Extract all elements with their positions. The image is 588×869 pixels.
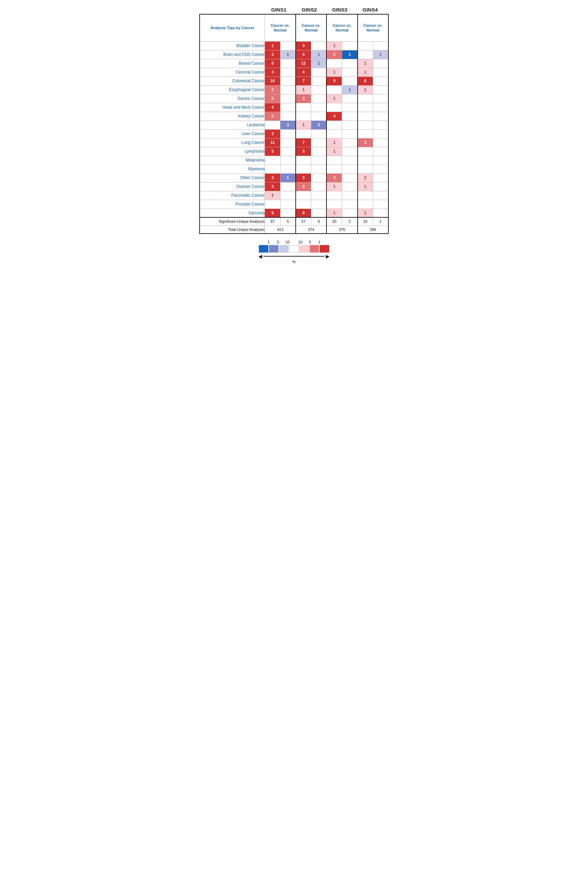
legend-num-1r: 1 [315, 240, 324, 244]
data-cell: 3 [358, 138, 373, 147]
data-cell: 5 [265, 147, 280, 156]
sig-g2-blue: 5 [311, 217, 327, 225]
data-cell [373, 94, 388, 103]
data-cell [296, 129, 311, 138]
data-cell [373, 85, 388, 94]
table-row: Leukemia313 [200, 120, 388, 129]
data-cell: 1 [265, 41, 280, 50]
legend-num-10: 10 [283, 240, 292, 244]
data-cell: 1 [311, 50, 327, 59]
data-cell [358, 200, 373, 209]
data-cell [342, 94, 358, 103]
table-header-label: Analysis Type by Cancer [200, 14, 265, 41]
data-cell: 1 [326, 41, 342, 50]
data-cell [280, 138, 296, 147]
table-row: Lung Cancer11713 [200, 138, 388, 147]
legend-boxes [259, 245, 329, 252]
data-cell: 1 [265, 191, 280, 200]
data-cell: 1 [358, 59, 373, 68]
data-cell [342, 174, 358, 182]
data-cell: 1 [280, 50, 296, 59]
data-cell [311, 112, 327, 120]
total-g3: 375 [326, 225, 357, 234]
data-cell: 2 [265, 94, 280, 103]
significant-label: Significant Unique Analyses [200, 217, 265, 225]
table-row: Gastric Cancer221 [200, 94, 388, 103]
row-cancer-label: Prostate Cancer [200, 200, 265, 209]
data-cell: 12 [296, 59, 311, 68]
legend-numbers: 1 5 10 10 5 1 [264, 240, 324, 244]
legend-red-1 [299, 245, 309, 252]
data-cell: 11 [265, 138, 280, 147]
row-cancer-label: Other Cancer [200, 174, 265, 182]
table-row: Colorectal Cancer10756 [200, 77, 388, 85]
data-cell: 1 [311, 59, 327, 68]
data-cell [373, 165, 388, 174]
data-cell [311, 209, 327, 217]
row-cancer-label: Melanoma [200, 156, 265, 165]
table-row: Liver Cancer3 [200, 129, 388, 138]
data-cell [311, 147, 327, 156]
table-row: Bladder Cancer131 [200, 41, 388, 50]
row-cancer-label: Liver Cancer [200, 129, 265, 138]
row-cancer-label: Cervical Cancer [200, 68, 265, 77]
sig-g3-blue: 2 [342, 217, 358, 225]
data-cell: 1 [296, 120, 311, 129]
data-cell [280, 129, 296, 138]
data-cell [280, 68, 296, 77]
data-cell: 1 [296, 85, 311, 94]
total-g2: 374 [296, 225, 326, 234]
row-cancer-label: Bladder Cancer [200, 41, 265, 50]
data-cell [326, 165, 342, 174]
sub-header-row: Analysis Type by Cancer Cancer vs. Norma… [200, 14, 388, 41]
data-cell [342, 200, 358, 209]
legend-num-5r: 5 [305, 240, 315, 244]
legend-blue-10 [259, 245, 268, 252]
row-cancer-label: Leukemia [200, 120, 265, 129]
data-cell: 3 [311, 120, 327, 129]
data-cell [373, 77, 388, 85]
gins3-title: GINS3 [324, 7, 355, 14]
data-cell: 3 [265, 50, 280, 59]
data-cell: 10 [265, 77, 280, 85]
row-cancer-label: Brain and CNS Cancer [200, 50, 265, 59]
data-cell [342, 59, 358, 68]
data-cell [358, 120, 373, 129]
sig-g3-red: 20 [326, 217, 342, 225]
data-cell: 3 [265, 174, 280, 182]
data-cell [280, 41, 296, 50]
data-cell [265, 200, 280, 209]
data-cell: 1 [358, 68, 373, 77]
data-cell: 1 [358, 182, 373, 191]
legend-blue-1 [279, 245, 289, 252]
data-cell [311, 138, 327, 147]
table-body: Bladder Cancer131Brain and CNS Cancer314… [200, 41, 388, 217]
total-g4: 340 [358, 225, 388, 234]
data-cell [373, 129, 388, 138]
data-cell: 9 [265, 209, 280, 217]
data-cell: 3 [296, 41, 311, 50]
data-cell [373, 120, 388, 129]
row-cancer-label: Gastric Cancer [200, 94, 265, 103]
gins2-sub-header: Cancer vs. Normal [296, 14, 326, 41]
data-cell [311, 191, 327, 200]
table-row: Pancreatic Cancer1 [200, 191, 388, 200]
data-cell [280, 209, 296, 217]
table-row: Lymphoma531 [200, 147, 388, 156]
data-cell [373, 147, 388, 156]
data-cell [373, 191, 388, 200]
legend-percent: % [292, 260, 296, 264]
data-cell [296, 191, 311, 200]
data-cell [296, 112, 311, 120]
data-cell: 1 [358, 85, 373, 94]
data-cell [265, 165, 280, 174]
data-cell [311, 200, 327, 209]
data-cell [342, 182, 358, 191]
sig-g4-red: 16 [358, 217, 373, 225]
data-cell: 1 [326, 182, 342, 191]
data-cell: 4 [326, 112, 342, 120]
data-cell [326, 129, 342, 138]
row-cancer-label: Head and Neck Cancer [200, 103, 265, 112]
gins1-title: GINS1 [264, 7, 294, 14]
legend: 1 5 10 10 5 1 ◀ ▶ % [199, 240, 389, 264]
